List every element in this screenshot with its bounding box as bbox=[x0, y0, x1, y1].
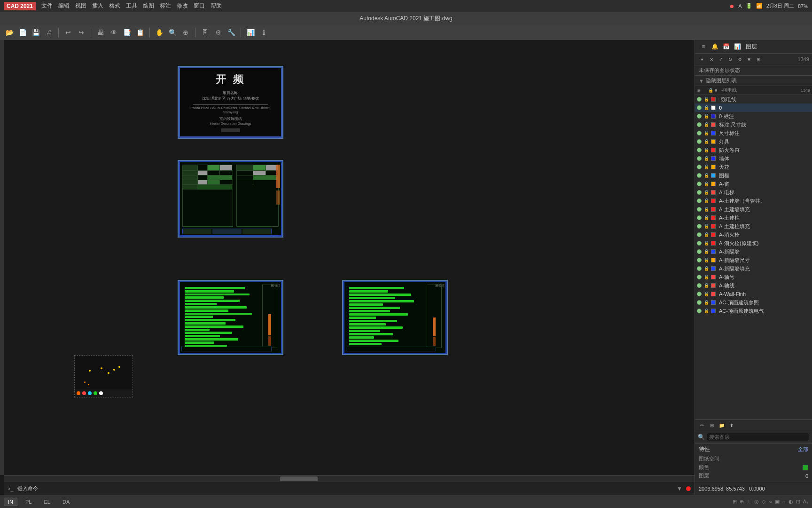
layer-lock-icon[interactable]: 🔓 bbox=[704, 241, 710, 246]
menu-view[interactable]: 视图 bbox=[75, 2, 86, 10]
layer-vis-dot[interactable] bbox=[697, 224, 702, 229]
layer-color-box[interactable] bbox=[711, 114, 716, 119]
layer-vis-dot[interactable] bbox=[697, 275, 702, 279]
layer-lock-icon[interactable]: 🔓 bbox=[704, 148, 710, 152]
layer-lock-icon[interactable]: 🔓 bbox=[704, 122, 710, 127]
layer-vis-dot[interactable] bbox=[697, 97, 702, 102]
layer-row[interactable]: 🔓0-标注 bbox=[695, 112, 812, 120]
tb-zoom[interactable]: 🔍 bbox=[167, 27, 178, 38]
layer-hide-btn[interactable]: ⊞ bbox=[754, 55, 763, 64]
layer-settings-btn[interactable]: ⚙ bbox=[735, 55, 744, 64]
osnap-icon[interactable]: ◇ bbox=[762, 499, 765, 505]
layer-lock-icon[interactable]: 🔓 bbox=[704, 156, 710, 161]
layer-lock-icon[interactable]: 🔓 bbox=[704, 139, 710, 144]
layer-row[interactable]: 🔓墙体 bbox=[695, 154, 812, 163]
layer-vis-dot[interactable] bbox=[697, 148, 702, 152]
polar-icon[interactable]: ◎ bbox=[754, 499, 759, 505]
layer-delete-btn[interactable]: ✕ bbox=[707, 55, 716, 64]
main-canvas[interactable]: 开 频 项目名称 沈阳 浑北新区 万达广场 华地·餐饮 Panda Plaza … bbox=[4, 40, 695, 475]
prop-link[interactable]: 全部 bbox=[798, 446, 808, 453]
tb-tools2[interactable]: ⚙ bbox=[212, 27, 224, 38]
layer-vis-dot[interactable] bbox=[697, 292, 702, 296]
layer-row[interactable]: 🔓A-消火栓 bbox=[695, 230, 812, 239]
panel-icon3[interactable]: 📅 bbox=[721, 42, 731, 51]
layer-color-box[interactable] bbox=[711, 224, 716, 229]
tb-plot[interactable]: 🖶 bbox=[95, 27, 106, 38]
layer-color-box[interactable] bbox=[711, 105, 716, 110]
layer-row[interactable]: 🔓A-Wall-Finh bbox=[695, 290, 812, 298]
layer-vis-dot[interactable] bbox=[697, 139, 702, 144]
layer-vis-dot[interactable] bbox=[697, 182, 702, 186]
layer-list-header[interactable]: ▼ 隐藏图层列表 bbox=[695, 76, 812, 86]
layer-lock-icon[interactable]: 🔓 bbox=[704, 131, 710, 135]
layer-lock-icon[interactable]: 🔓 bbox=[704, 97, 710, 102]
layer-row[interactable]: 🔓天花 bbox=[695, 163, 812, 171]
search-input[interactable] bbox=[707, 433, 809, 441]
lineweight-icon[interactable]: ≡ bbox=[782, 499, 785, 505]
layer-lock-icon[interactable]: 🔓 bbox=[704, 258, 710, 262]
layer-row[interactable]: 🔓尺寸标注 bbox=[695, 129, 812, 137]
layer-lock-icon[interactable]: 🔓 bbox=[704, 173, 710, 178]
layer-copy-btn[interactable]: ⊞ bbox=[708, 421, 716, 429]
menu-tools[interactable]: 工具 bbox=[126, 2, 137, 10]
menu-edit[interactable]: 编辑 bbox=[58, 2, 70, 10]
layer-vis-dot[interactable] bbox=[697, 105, 702, 110]
annotation-icon[interactable]: Aₐ bbox=[803, 499, 808, 505]
layer-vis-dot[interactable] bbox=[697, 232, 702, 237]
collapse-icon[interactable]: ▼ bbox=[699, 78, 704, 84]
command-down-icon[interactable]: ▼ bbox=[677, 485, 682, 492]
layer-lock-icon[interactable]: 🔓 bbox=[704, 283, 710, 288]
layer-row[interactable]: 🔓A-消火栓(原建筑) bbox=[695, 239, 812, 247]
layer-edit-btn[interactable]: ✏ bbox=[698, 421, 706, 429]
layer-color-box[interactable] bbox=[711, 190, 716, 195]
layer-color-box[interactable] bbox=[711, 182, 716, 186]
tb-zoom-extent[interactable]: ⊕ bbox=[180, 27, 191, 38]
menu-dimension[interactable]: 标注 bbox=[160, 2, 171, 10]
layer-vis-dot[interactable] bbox=[697, 249, 702, 254]
layer-vis-dot[interactable] bbox=[697, 215, 702, 220]
layer-row[interactable]: 🔓标注 尺寸线 bbox=[695, 120, 812, 129]
layer-new-btn[interactable]: + bbox=[698, 55, 706, 64]
layer-refresh-btn[interactable]: ↻ bbox=[726, 55, 734, 64]
tab-pl[interactable]: PL bbox=[21, 498, 36, 506]
layer-color-box[interactable] bbox=[711, 165, 716, 169]
layer-vis-dot[interactable] bbox=[697, 165, 702, 169]
panel-icon2[interactable]: 🔔 bbox=[710, 42, 719, 51]
selection-icon[interactable]: ⊡ bbox=[796, 499, 800, 505]
tb-3d[interactable]: 🗄 bbox=[199, 27, 211, 38]
layer-row[interactable]: 🔓防火卷帘 bbox=[695, 146, 812, 154]
tab-el[interactable]: EL bbox=[39, 498, 54, 506]
model-icon[interactable]: ▣ bbox=[775, 499, 780, 505]
layer-lock-icon[interactable]: 🔓 bbox=[704, 105, 710, 110]
layer-row[interactable]: 🔓A-土建墙填充 bbox=[695, 205, 812, 214]
layer-row[interactable]: 🔓AC-顶面建筑参照 bbox=[695, 298, 812, 307]
h-scrollbar[interactable] bbox=[4, 475, 695, 482]
layer-row[interactable]: 🔓-强电线 bbox=[695, 95, 812, 103]
layer-row[interactable]: 🔓A-土建柱填充 bbox=[695, 222, 812, 230]
layer-vis-dot[interactable] bbox=[697, 198, 702, 203]
menu-help[interactable]: 帮助 bbox=[211, 2, 222, 10]
menu-insert[interactable]: 插入 bbox=[92, 2, 103, 10]
otrack-icon[interactable]: ∞ bbox=[768, 499, 772, 505]
layer-lock-icon[interactable]: 🔓 bbox=[704, 309, 710, 313]
layer-color-box[interactable] bbox=[711, 148, 716, 152]
layer-vis-dot[interactable] bbox=[697, 131, 702, 135]
snap-icon[interactable]: ⊕ bbox=[740, 499, 744, 505]
layer-row[interactable]: 🔓A-土建墙（含管井、 bbox=[695, 197, 812, 205]
layer-lock-icon[interactable]: 🔓 bbox=[704, 165, 710, 169]
layer-folder-btn[interactable]: 📁 bbox=[718, 421, 726, 429]
layer-row[interactable]: 🔓A-窗 bbox=[695, 180, 812, 188]
menu-format[interactable]: 格式 bbox=[109, 2, 120, 10]
layer-vis-dot[interactable] bbox=[697, 190, 702, 195]
tb-print[interactable]: 🖨 bbox=[43, 27, 55, 38]
layer-vis-dot[interactable] bbox=[697, 283, 702, 288]
layer-row[interactable]: 🔓A-新隔墙尺寸 bbox=[695, 256, 812, 264]
layer-vis-dot[interactable] bbox=[697, 241, 702, 246]
layer-vis-dot[interactable] bbox=[697, 309, 702, 313]
tb-open[interactable]: 📂 bbox=[4, 27, 15, 38]
layer-current-btn[interactable]: ✓ bbox=[717, 55, 725, 64]
layer-color-box[interactable] bbox=[711, 198, 716, 203]
menu-file[interactable]: 文件 bbox=[41, 2, 53, 10]
layer-lock-icon[interactable]: 🔓 bbox=[704, 198, 710, 203]
layer-vis-dot[interactable] bbox=[697, 173, 702, 178]
